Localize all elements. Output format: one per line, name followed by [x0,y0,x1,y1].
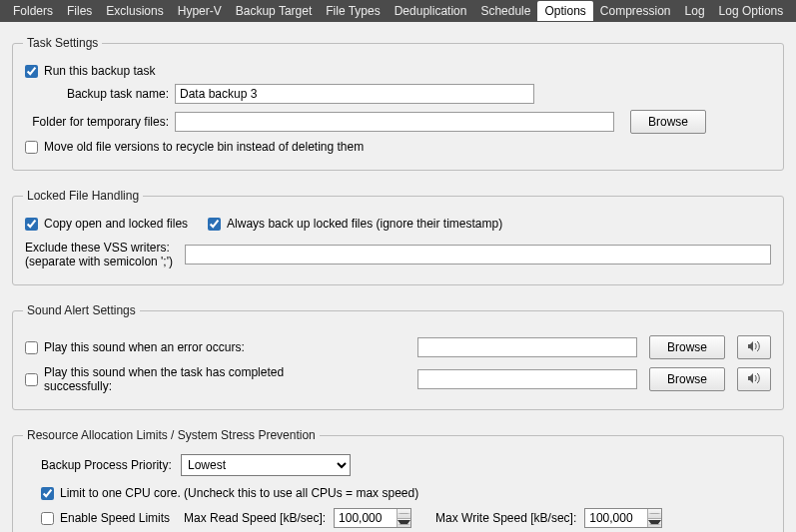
enable-speed-label: Enable Speed Limits [60,511,180,525]
max-write-input[interactable] [585,509,647,527]
tab-compression[interactable]: Compression [593,1,678,21]
sound-success-play-button[interactable] [737,367,771,391]
max-write-label: Max Write Speed [kB/sec]: [435,511,576,525]
exclude-vss-label-line2: (separate with semicolon ';') [25,255,185,268]
locked-file-group: Locked File Handling Copy open and locke… [12,189,784,285]
always-backup-locked-label: Always back up locked files (ignore thei… [227,217,502,231]
tab-deduplication[interactable]: Deduplication [388,1,474,21]
run-task-label: Run this backup task [44,64,155,78]
task-settings-legend: Task Settings [23,36,102,50]
max-read-label: Max Read Speed [kB/sec]: [184,511,326,525]
backup-name-label: Backup task name: [67,87,169,101]
sound-success-browse-button[interactable]: Browse [649,367,725,391]
sound-error-path-input[interactable] [417,337,637,357]
max-read-input[interactable] [335,509,397,527]
temp-folder-label: Folder for temporary files: [32,115,169,129]
locked-file-legend: Locked File Handling [23,189,143,203]
sound-error-label: Play this sound when an error occurs: [44,340,344,354]
spinner-down-icon[interactable] [398,519,410,528]
priority-combo[interactable]: Lowest [181,454,351,476]
tab-progress[interactable]: Progress [790,1,796,21]
tab-files[interactable]: Files [60,1,99,21]
tab-options[interactable]: Options [537,1,592,21]
tab-schedule[interactable]: Schedule [473,1,537,21]
sound-success-label: Play this sound when the task has comple… [44,365,344,393]
sound-alert-group: Sound Alert Settings Play this sound whe… [12,303,784,410]
speaker-icon [747,372,761,387]
spinner-up-icon[interactable] [398,509,410,519]
resource-limits-group: Resource Allocation Limits / System Stre… [12,428,784,532]
backup-name-input[interactable] [175,84,534,104]
sound-success-path-input[interactable] [417,369,637,389]
speaker-icon [747,340,761,355]
temp-folder-input[interactable] [175,112,614,132]
sound-error-browse-button[interactable]: Browse [649,335,725,359]
always-backup-locked-checkbox[interactable] [208,218,221,231]
options-panel: Task Settings Run this backup task Backu… [0,22,796,532]
top-tab-bar: Folders Files Exclusions Hyper-V Backup … [0,0,796,22]
max-read-spinner[interactable] [334,508,411,528]
limit-cpu-label: Limit to one CPU core. (Uncheck this to … [60,486,418,500]
max-write-spinner[interactable] [584,508,662,528]
spinner-down-icon[interactable] [648,519,661,528]
exclude-vss-input[interactable] [185,245,771,265]
tab-log[interactable]: Log [678,1,712,21]
tab-backup-target[interactable]: Backup Target [229,1,320,21]
recycle-bin-label: Move old file versions to recycle bin in… [44,140,364,154]
limit-cpu-checkbox[interactable] [41,487,54,500]
sound-success-checkbox[interactable] [25,373,38,386]
run-task-checkbox[interactable] [25,65,38,78]
tab-folders[interactable]: Folders [6,1,60,21]
tab-log-options[interactable]: Log Options [712,1,791,21]
resource-limits-legend: Resource Allocation Limits / System Stre… [23,428,320,442]
tab-file-types[interactable]: File Types [319,1,387,21]
spinner-up-icon[interactable] [648,509,661,519]
tab-hyperv[interactable]: Hyper-V [171,1,229,21]
copy-locked-checkbox[interactable] [25,218,38,231]
recycle-bin-checkbox[interactable] [25,141,38,154]
sound-error-checkbox[interactable] [25,341,38,354]
sound-alert-legend: Sound Alert Settings [23,303,140,317]
sound-error-play-button[interactable] [737,335,771,359]
enable-speed-checkbox[interactable] [41,512,54,525]
temp-folder-browse-button[interactable]: Browse [630,110,706,134]
exclude-vss-label-line1: Exclude these VSS writers: [25,241,185,255]
priority-label: Backup Process Priority: [41,458,181,472]
copy-locked-label: Copy open and locked files [44,217,188,231]
task-settings-group: Task Settings Run this backup task Backu… [12,36,784,171]
tab-exclusions[interactable]: Exclusions [99,1,170,21]
